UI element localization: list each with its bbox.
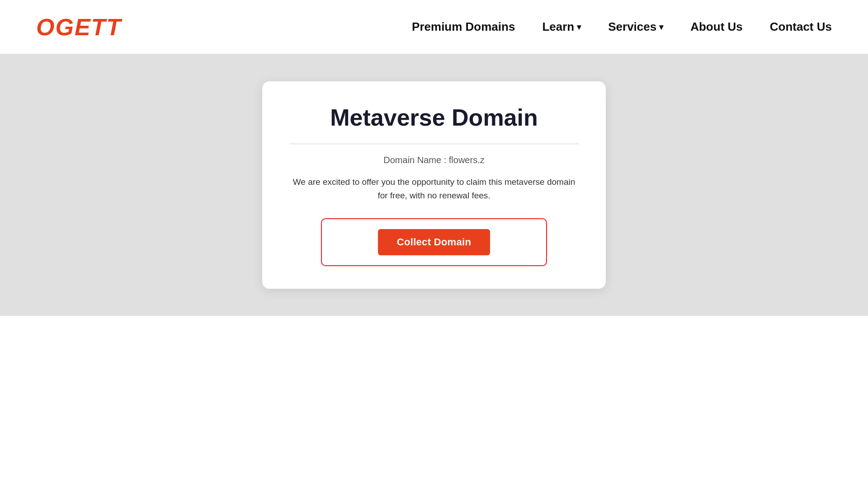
nav-label-services: Services: [608, 20, 656, 34]
nav-item-services[interactable]: Services ▾: [608, 20, 663, 34]
nav-label-learn: Learn: [542, 20, 574, 34]
nav-item-premium-domains[interactable]: Premium Domains: [412, 20, 515, 34]
card-title: Metaverse Domain: [330, 104, 538, 131]
nav-label-contact-us: Contact Us: [770, 20, 832, 34]
card: Metaverse Domain Domain Name : flowers.z…: [262, 81, 606, 289]
chevron-down-icon: ▾: [659, 22, 663, 32]
collect-domain-button-container: Collect Domain: [321, 218, 547, 266]
nav: Premium Domains Learn ▾ Services ▾ About…: [412, 20, 832, 34]
header: OGETT Premium Domains Learn ▾ Services ▾…: [0, 0, 868, 54]
nav-item-learn[interactable]: Learn ▾: [542, 20, 581, 34]
nav-label-premium-domains: Premium Domains: [412, 20, 515, 34]
card-divider: [289, 144, 579, 144]
nav-item-about-us[interactable]: About Us: [690, 20, 743, 34]
domain-name: Domain Name : flowers.z: [383, 155, 484, 165]
nav-item-contact-us[interactable]: Contact Us: [770, 20, 832, 34]
below-fold: [0, 316, 868, 479]
collect-domain-button[interactable]: Collect Domain: [378, 229, 490, 255]
chevron-down-icon: ▾: [577, 22, 581, 32]
nav-label-about-us: About Us: [690, 20, 743, 34]
logo[interactable]: OGETT: [36, 14, 122, 41]
main-content: Metaverse Domain Domain Name : flowers.z…: [0, 54, 868, 316]
card-description: We are excited to offer you the opportun…: [289, 175, 579, 203]
